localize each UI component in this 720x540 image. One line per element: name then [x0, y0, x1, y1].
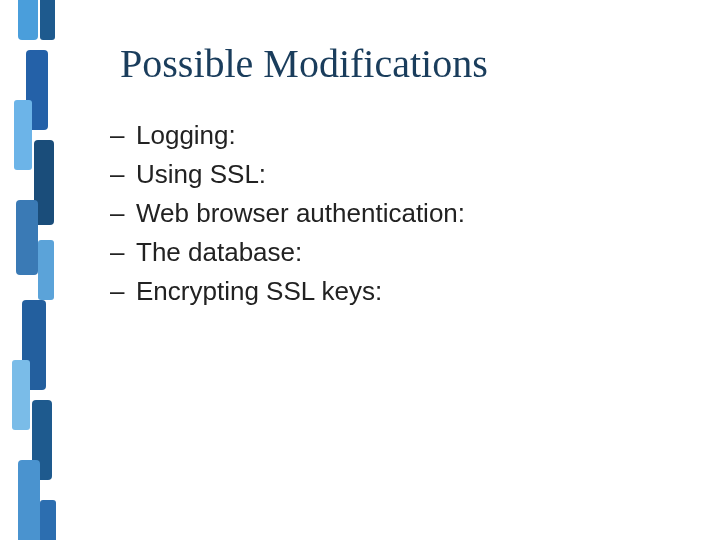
- bullet-item: – Web browser authentication:: [110, 198, 465, 229]
- bullet-dash: –: [110, 198, 128, 229]
- bullet-dash: –: [110, 120, 128, 151]
- slide-body: – Logging: – Using SSL: – Web browser au…: [110, 120, 465, 315]
- decor-bar: [18, 460, 40, 540]
- decor-bar: [40, 500, 56, 540]
- decor-bar: [12, 360, 30, 430]
- bullet-text: Logging:: [136, 120, 236, 151]
- bullet-text: Web browser authentication:: [136, 198, 465, 229]
- bullet-item: – Encrypting SSL keys:: [110, 276, 465, 307]
- bullet-dash: –: [110, 276, 128, 307]
- bullet-item: – Using SSL:: [110, 159, 465, 190]
- bullet-text: The database:: [136, 237, 302, 268]
- decor-bar: [18, 0, 38, 40]
- decor-bar: [40, 0, 55, 40]
- bullet-dash: –: [110, 159, 128, 190]
- decor-bar: [14, 100, 32, 170]
- bullet-text: Encrypting SSL keys:: [136, 276, 382, 307]
- bullet-item: – Logging:: [110, 120, 465, 151]
- decorative-sidebar: [0, 0, 60, 540]
- decor-bar: [16, 200, 38, 275]
- decor-bar: [38, 240, 54, 300]
- bullet-text: Using SSL:: [136, 159, 266, 190]
- slide-title: Possible Modifications: [120, 40, 488, 87]
- bullet-dash: –: [110, 237, 128, 268]
- bullet-item: – The database:: [110, 237, 465, 268]
